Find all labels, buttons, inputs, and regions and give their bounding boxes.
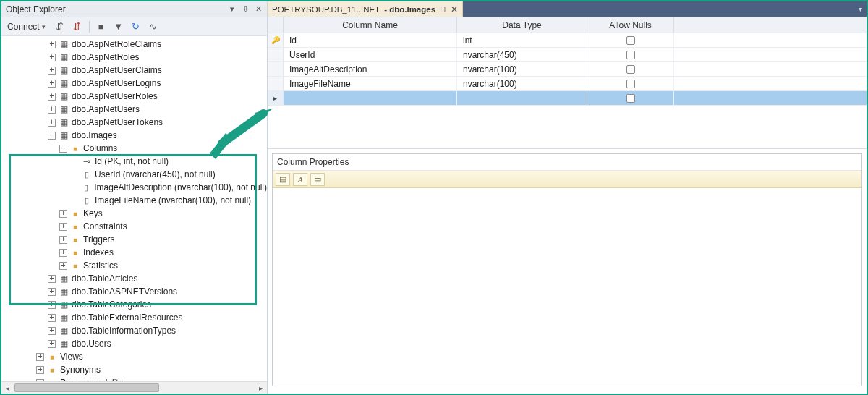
expand-icon[interactable]: + — [59, 223, 67, 231]
checkbox-icon[interactable] — [626, 36, 635, 45]
cell-type[interactable] — [457, 91, 587, 105]
grid-row[interactable]: ImageFileNamenvarchar(100) — [268, 77, 867, 91]
grid-row[interactable]: 🔑Idint — [268, 33, 867, 48]
tab-overflow-icon[interactable]: ▾ — [859, 5, 862, 13]
cell-type[interactable]: nvarchar(450) — [457, 48, 587, 61]
tab-close-icon[interactable]: ✕ — [451, 4, 458, 14]
row-header[interactable] — [268, 48, 284, 61]
checkbox-icon[interactable] — [626, 65, 635, 74]
pin-icon[interactable]: ⇩ — [239, 4, 251, 15]
cell-name[interactable]: ImageFileName — [284, 77, 457, 90]
expand-icon[interactable]: + — [48, 288, 56, 296]
window-dropdown-icon[interactable]: ▾ — [226, 4, 238, 15]
expand-icon[interactable]: + — [48, 106, 56, 114]
tree-node-folder[interactable]: +Indexes — [1, 246, 267, 259]
expand-icon[interactable]: + — [48, 314, 56, 322]
cell-type[interactable]: nvarchar(100) — [457, 77, 587, 90]
checkbox-icon[interactable] — [626, 51, 635, 59]
cell-allownulls[interactable] — [587, 91, 674, 105]
cell-type[interactable]: int — [457, 33, 587, 47]
expand-icon[interactable]: + — [48, 119, 56, 127]
stop-icon[interactable]: ■ — [95, 21, 107, 33]
tree-node-table[interactable]: +dbo.AspNetRoles — [1, 51, 267, 64]
expand-icon[interactable]: + — [48, 80, 56, 88]
expand-icon[interactable]: + — [48, 54, 56, 61]
tree-node-folder[interactable]: +Statistics — [1, 259, 267, 272]
tree-node-table[interactable]: +dbo.TableExternalResources — [1, 311, 267, 324]
grid-row[interactable]: ImageAltDescriptionnvarchar(100) — [268, 62, 867, 77]
document-tab[interactable]: POETRYSOUP.DB_11...NET - dbo.Images ⊓ ✕ — [268, 1, 463, 17]
categorized-view-icon[interactable]: ▤ — [276, 173, 290, 186]
tree-node-table[interactable]: +dbo.TableASPNETVersions — [1, 285, 267, 298]
tree-node-table[interactable]: +dbo.AspNetUserTokens — [1, 116, 267, 129]
tree-node-folder[interactable]: +Keys — [1, 207, 267, 220]
tree-node-column[interactable]: ImageFileName (nvarchar(100), not null) — [1, 194, 267, 207]
expand-icon[interactable]: + — [36, 353, 44, 361]
scroll-left-icon[interactable]: ◂ — [1, 382, 14, 394]
close-icon[interactable]: ✕ — [252, 4, 264, 15]
expand-icon[interactable]: + — [48, 41, 56, 48]
expand-icon[interactable]: + — [48, 275, 56, 283]
tree-node-folder[interactable]: +Views — [1, 350, 267, 363]
column-header-type[interactable]: Data Type — [457, 17, 587, 33]
row-selector-icon[interactable]: ▸ — [268, 91, 284, 105]
tree-node-folder[interactable]: +Triggers — [1, 233, 267, 246]
expand-icon[interactable]: + — [36, 366, 44, 374]
tree-node-folder[interactable]: +Synonyms — [1, 363, 267, 376]
tree-node-table[interactable]: +dbo.AspNetUserLogins — [1, 77, 267, 90]
tree-node-table[interactable]: +dbo.AspNetRoleClaims — [1, 38, 267, 51]
activity-icon[interactable]: ∿ — [148, 21, 159, 33]
grid-row-new[interactable]: ▸ — [268, 91, 867, 106]
row-header[interactable]: 🔑 — [268, 33, 284, 47]
tree-node-folder[interactable]: −Programmability — [1, 376, 267, 381]
tree-node-table[interactable]: +dbo.AspNetUserRoles — [1, 90, 267, 103]
expand-icon[interactable]: + — [59, 249, 67, 257]
expand-icon[interactable]: + — [48, 93, 56, 101]
checkbox-icon[interactable] — [626, 94, 635, 103]
property-pages-icon[interactable]: ▭ — [310, 173, 325, 186]
cell-name[interactable]: UserId — [284, 48, 457, 61]
tab-pin-icon[interactable]: ⊓ — [440, 4, 446, 14]
checkbox-icon[interactable] — [626, 80, 635, 88]
tree-node-table[interactable]: +dbo.TableCategories — [1, 298, 267, 311]
object-explorer-tree[interactable]: +dbo.AspNetRoleClaims+dbo.AspNetRoles+db… — [1, 36, 267, 381]
tree-node-table[interactable]: +dbo.AspNetUserClaims — [1, 64, 267, 77]
tree-node-table[interactable]: − dbo.Images — [1, 129, 267, 142]
tree-node-folder[interactable]: +Constraints — [1, 220, 267, 233]
expand-icon[interactable]: + — [48, 67, 56, 75]
cell-name[interactable]: ImageAltDescription — [284, 62, 457, 76]
disconnect-all-icon[interactable]: ⇵ — [72, 21, 83, 33]
column-header-allownulls[interactable]: Allow Nulls — [587, 17, 674, 33]
scrollbar-thumb[interactable] — [14, 383, 159, 392]
expand-icon[interactable]: + — [59, 236, 67, 244]
cell-name[interactable] — [284, 91, 457, 105]
row-header[interactable] — [268, 62, 284, 76]
cell-allownulls[interactable] — [587, 48, 674, 61]
tree-node-column[interactable]: ImageAltDescription (nvarchar(100), not … — [1, 181, 267, 194]
tree-node-column[interactable]: UserId (nvarchar(450), not null) — [1, 168, 267, 181]
collapse-icon[interactable]: − — [48, 132, 56, 140]
expand-icon[interactable]: + — [59, 210, 67, 218]
collapse-icon[interactable]: − — [59, 145, 67, 153]
connect-button[interactable]: Connect — [4, 20, 48, 33]
tree-node-table[interactable]: +dbo.TableArticles — [1, 272, 267, 285]
alphabetical-view-icon[interactable]: A — [293, 173, 307, 186]
cell-allownulls[interactable] — [587, 62, 674, 76]
horizontal-scrollbar[interactable]: ◂ ▸ — [1, 381, 267, 394]
expand-icon[interactable]: + — [48, 340, 56, 348]
cell-name[interactable]: Id — [284, 33, 457, 47]
cell-type[interactable]: nvarchar(100) — [457, 62, 587, 76]
expand-icon[interactable]: + — [48, 327, 56, 335]
disconnect-icon[interactable]: ⇵ — [54, 21, 66, 33]
tree-node-columns-folder[interactable]: − Columns — [1, 142, 267, 155]
expand-icon[interactable]: + — [48, 301, 56, 309]
refresh-icon[interactable]: ↻ — [130, 21, 142, 33]
tree-node-table[interactable]: +dbo.AspNetUsers — [1, 103, 267, 116]
expand-icon[interactable]: + — [59, 262, 67, 270]
scroll-right-icon[interactable]: ▸ — [255, 382, 267, 394]
filter-icon[interactable]: ▼ — [113, 21, 124, 33]
tree-node-table[interactable]: +dbo.Users — [1, 337, 267, 350]
cell-allownulls[interactable] — [587, 33, 674, 47]
cell-allownulls[interactable] — [587, 77, 674, 90]
column-header-name[interactable]: Column Name — [284, 17, 457, 33]
